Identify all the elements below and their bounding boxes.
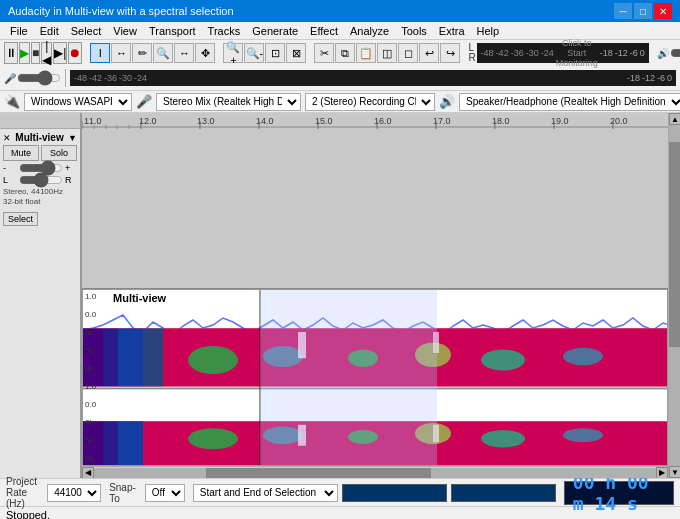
playback-vol-icon: 🔊 bbox=[657, 48, 669, 59]
v-scrollbar[interactable]: ▲ ▼ bbox=[668, 113, 680, 478]
output-device-select[interactable]: Speaker/Headphone (Realtek High Definiti… bbox=[459, 93, 680, 111]
envelope-tool-button[interactable]: ↔ bbox=[111, 43, 131, 63]
svg-rect-25 bbox=[83, 290, 667, 329]
y-label-5k-bot: 5k bbox=[85, 436, 109, 445]
zoom-sel-button[interactable]: ⊠ bbox=[286, 43, 306, 63]
rec-db-neg12: -12 bbox=[642, 73, 655, 83]
selection-type-select[interactable]: Start and End of Selection bbox=[193, 484, 338, 502]
zoom-fit-button[interactable]: ⊡ bbox=[265, 43, 285, 63]
r-label: R bbox=[468, 53, 475, 63]
menu-view[interactable]: View bbox=[107, 24, 143, 38]
toolbar-area: ⏸ ▶ ■ |◀ ▶| ⏺ I ↔ ✏ 🔍 ↔ ✥ 🔍+ 🔍- ⊡ ⊠ ✂ ⧉ … bbox=[0, 40, 680, 91]
project-rate-select[interactable]: 44100 bbox=[47, 484, 101, 502]
select-row: Select bbox=[3, 208, 77, 226]
ruler: 11.0 12.0 13.0 14.0 15.0 16.0 17.0 18.0 bbox=[82, 113, 668, 289]
recording-meter[interactable]: -48 -42 -36 -30 -24 -18 -12 -6 0 bbox=[70, 70, 676, 86]
playback-meter[interactable]: -48 -42 -36 -30 -24 Click to Start Monit… bbox=[477, 43, 649, 63]
snap-to-label: Snap-To bbox=[109, 482, 141, 504]
timeshift-tool-button[interactable]: ↔ bbox=[174, 43, 194, 63]
input-volume-slider[interactable] bbox=[17, 72, 61, 84]
scroll-right-button[interactable]: ▶ bbox=[656, 467, 668, 479]
input-channels-select[interactable]: 2 (Stereo) Recording Chann bbox=[305, 93, 435, 111]
zoom-in-button[interactable]: 🔍+ bbox=[223, 43, 243, 63]
audio-host-select[interactable]: Windows WASAPI bbox=[24, 93, 132, 111]
svg-rect-38 bbox=[298, 332, 306, 358]
silence-button[interactable]: ◻ bbox=[398, 43, 418, 63]
waveform-svg bbox=[83, 290, 667, 465]
y-label-0k-bot: 0k bbox=[85, 454, 109, 463]
input-device-select[interactable]: Stereo Mix (Realtek High Definition Audi… bbox=[156, 93, 301, 111]
scrollbar-thumb[interactable] bbox=[206, 468, 431, 478]
menu-help[interactable]: Help bbox=[471, 24, 506, 38]
click-to-start: Click to Start Monitoring bbox=[556, 38, 598, 68]
play-button[interactable]: ▶ bbox=[19, 42, 30, 64]
undo-button[interactable]: ↩ bbox=[419, 43, 439, 63]
svg-rect-40 bbox=[83, 388, 667, 389]
rec-db-neg42: -42 bbox=[89, 73, 102, 83]
svg-point-46 bbox=[188, 428, 238, 449]
maximize-button[interactable]: □ bbox=[634, 3, 652, 19]
minimize-button[interactable]: ─ bbox=[614, 3, 632, 19]
trim-button[interactable]: ◫ bbox=[377, 43, 397, 63]
redo-button[interactable]: ↪ bbox=[440, 43, 460, 63]
vscroll-thumb[interactable] bbox=[669, 142, 680, 347]
menu-file[interactable]: File bbox=[4, 24, 34, 38]
scrollbar-track bbox=[94, 468, 656, 478]
svg-rect-53 bbox=[433, 425, 439, 443]
track-close-button[interactable]: ✕ bbox=[3, 133, 11, 143]
svg-rect-30 bbox=[118, 329, 143, 387]
record-button[interactable]: ⏺ bbox=[68, 42, 82, 64]
status-bar: Stopped. bbox=[0, 507, 680, 519]
close-button[interactable]: ✕ bbox=[654, 3, 672, 19]
playback-volume-slider[interactable] bbox=[670, 47, 680, 59]
y-label-5k: 5k bbox=[85, 346, 109, 355]
scroll-up-button[interactable]: ▲ bbox=[669, 113, 680, 125]
bottom-toolbar: Project Rate (Hz) 44100 Snap-To Off Star… bbox=[0, 479, 680, 507]
draw-tool-button[interactable]: ✏ bbox=[132, 43, 152, 63]
toolbar-row-1: ⏸ ▶ ■ |◀ ▶| ⏺ I ↔ ✏ 🔍 ↔ ✥ 🔍+ 🔍- ⊡ ⊠ ✂ ⧉ … bbox=[0, 40, 680, 66]
track-menu-icon[interactable]: ▼ bbox=[68, 133, 77, 143]
menu-tools[interactable]: Tools bbox=[395, 24, 433, 38]
copy-button[interactable]: ⧉ bbox=[335, 43, 355, 63]
zoom-tool-button[interactable]: 🔍 bbox=[153, 43, 173, 63]
vol-plus-label: + bbox=[65, 163, 70, 173]
volume-slider[interactable] bbox=[19, 164, 63, 172]
menu-effect[interactable]: Effect bbox=[304, 24, 344, 38]
select-button[interactable]: Select bbox=[3, 212, 38, 226]
select-tool-button[interactable]: I bbox=[90, 43, 110, 63]
paste-button[interactable]: 📋 bbox=[356, 43, 376, 63]
mute-button[interactable]: Mute bbox=[3, 145, 39, 161]
menu-generate[interactable]: Generate bbox=[246, 24, 304, 38]
menu-tracks[interactable]: Tracks bbox=[202, 24, 247, 38]
pan-slider[interactable] bbox=[19, 176, 63, 184]
db-neg18: -18 bbox=[600, 48, 613, 58]
svg-text:11.0: 11.0 bbox=[84, 116, 102, 126]
menu-extra[interactable]: Extra bbox=[433, 24, 471, 38]
y-label-8k: 8k bbox=[85, 328, 109, 337]
menu-analyze[interactable]: Analyze bbox=[344, 24, 395, 38]
menu-edit[interactable]: Edit bbox=[34, 24, 65, 38]
end-time-input[interactable]: 00 h 00 m 17.194 s bbox=[451, 484, 556, 502]
svg-rect-45 bbox=[118, 421, 143, 465]
stop-button[interactable]: ■ bbox=[31, 42, 40, 64]
db-neg30: -30 bbox=[526, 48, 539, 58]
pause-button[interactable]: ⏸ bbox=[4, 42, 18, 64]
zoom-out-button[interactable]: 🔍- bbox=[244, 43, 264, 63]
start-time-input[interactable]: 00 h 00 m 14.176 s bbox=[342, 484, 447, 502]
track-name: Multi-view bbox=[15, 132, 63, 143]
cut-button[interactable]: ✂ bbox=[314, 43, 334, 63]
main-content: ✕ Multi-view ▼ Mute Solo - + L R bbox=[0, 113, 680, 478]
snap-to-select[interactable]: Off bbox=[145, 484, 185, 502]
skip-end-button[interactable]: ▶| bbox=[53, 42, 67, 64]
skip-start-button[interactable]: |◀ bbox=[41, 42, 52, 64]
menu-select[interactable]: Select bbox=[65, 24, 108, 38]
multi-tool-button[interactable]: ✥ bbox=[195, 43, 215, 63]
rec-db-neg36: -36 bbox=[104, 73, 117, 83]
menu-transport[interactable]: Transport bbox=[143, 24, 202, 38]
scroll-down-button[interactable]: ▼ bbox=[669, 466, 680, 478]
h-scrollbar[interactable]: ◀ ▶ bbox=[82, 466, 668, 478]
scroll-left-button[interactable]: ◀ bbox=[82, 467, 94, 479]
lr-indicator: L R bbox=[468, 43, 475, 63]
solo-button[interactable]: Solo bbox=[41, 145, 77, 161]
track-name-row: ✕ Multi-view ▼ bbox=[3, 132, 77, 143]
